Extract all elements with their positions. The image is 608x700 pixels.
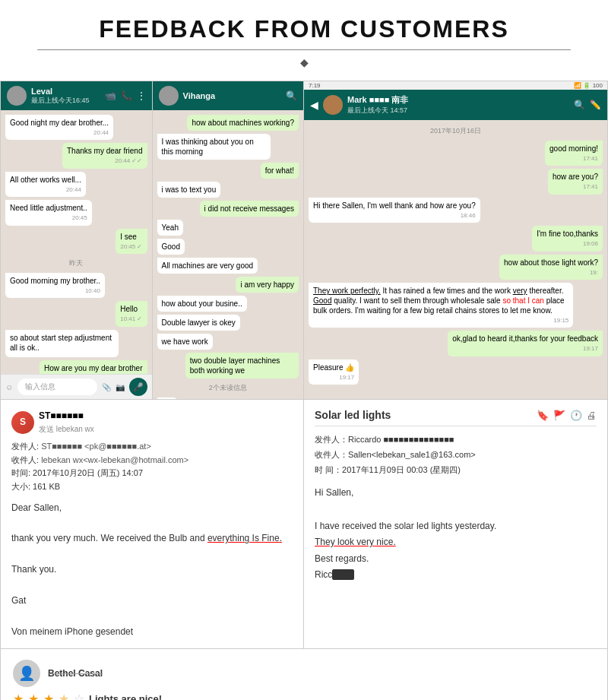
chat-name-mark: Mark ■■■■ 南非 bbox=[347, 94, 408, 106]
list-item: Good night my dear brother...20:44 bbox=[5, 115, 113, 140]
email-row: S ST■■■■■■ 发送 lebekan wx 发件人: ST■■■■■■ <… bbox=[0, 400, 608, 649]
list-item: how about your busine.. bbox=[157, 296, 247, 312]
email-size: 大小: 161 KB bbox=[11, 480, 293, 494]
chat-name-vihanga: Vihanga bbox=[183, 91, 216, 100]
clock-icon: 🕐 bbox=[570, 410, 582, 421]
email-right-meta: 发件人：Riccardo ■■■■■■■■■■■■■■ 收件人：Sallen<l… bbox=[315, 432, 597, 477]
chat-icons-mark: 🔍 ✏️ bbox=[574, 100, 601, 110]
video-icon: 📹 bbox=[105, 90, 116, 101]
email-left-panel: S ST■■■■■■ 发送 lebekan wx 发件人: ST■■■■■■ <… bbox=[1, 400, 304, 648]
header-diamond: ◆ bbox=[8, 56, 600, 68]
header-divider bbox=[37, 49, 571, 50]
email-to: 收件人: lebekan wx<wx-lebekan@hotmail.com> bbox=[11, 454, 293, 467]
chat-body-vihanga: how about machines working? I was thinki… bbox=[153, 110, 304, 399]
email-date: 时间: 2017年10月20日 (周五) 14:07 bbox=[11, 467, 293, 480]
review-rating-row: ★ ★ ★ ★ ☆ Lights are nice! bbox=[13, 692, 595, 700]
chat-panel-vihanga: Vihanga 🔍 how about machines working? I … bbox=[153, 81, 304, 399]
avatar-leval bbox=[7, 86, 27, 106]
emoji-icon: ☺ bbox=[5, 383, 13, 391]
star-2: ★ bbox=[28, 692, 39, 700]
email-sender-info: S ST■■■■■■ 发送 lebekan wx bbox=[11, 409, 293, 436]
page-header: FEEDBACK FROM CUSTOMERS ◆ bbox=[0, 0, 608, 81]
status-bar: 7:19 📶 🔋 100 bbox=[304, 81, 607, 90]
mic-button[interactable]: 🎤 bbox=[129, 378, 147, 396]
email-right-time: 时 间：2017年11月09日 00:03 (星期四) bbox=[315, 463, 597, 478]
review-user-info: 👤 Bethel Casal bbox=[13, 660, 595, 687]
edit-icon-mark: ✏️ bbox=[590, 100, 601, 110]
list-item: I see20:45 ✓ bbox=[116, 229, 147, 254]
list-item: They work perfectly. It has rained a few… bbox=[309, 283, 573, 328]
print-icon: 🖨 bbox=[587, 410, 597, 421]
review-avatar: 👤 bbox=[13, 660, 40, 687]
list-item: Yeah bbox=[157, 220, 183, 236]
email-right-from: 发件人：Riccardo ■■■■■■■■■■■■■■ bbox=[315, 432, 597, 448]
email-right-to: 收件人：Sallen<lebekan_sale1@163.com> bbox=[315, 448, 597, 463]
list-item: Hello10:41 ✓ bbox=[116, 301, 147, 326]
email-body-left: Dear Sallen, thank you very much. We rec… bbox=[11, 500, 293, 640]
chat-subtitle-mark: 最后上线今天 14:57 bbox=[347, 106, 408, 116]
star-5: ☆ bbox=[74, 692, 84, 700]
list-item: All machines are very good bbox=[157, 258, 258, 274]
chat-icons-vihanga: 🔍 bbox=[286, 90, 297, 101]
list-item: so about start step adjustment all is ok… bbox=[5, 330, 119, 357]
email-meta-left: 发件人: ST■■■■■■ <pk@■■■■■■.at> 收件人: lebeka… bbox=[11, 440, 293, 493]
highlighted-text: everything Is Fine. bbox=[207, 533, 282, 543]
chat-input-leval[interactable]: 输入信息 bbox=[17, 379, 97, 395]
date-divider: 昨天 bbox=[5, 257, 147, 270]
list-item: how about machines working? bbox=[187, 115, 299, 131]
list-item: good morning!17:41 bbox=[545, 141, 603, 166]
chat-body-leval: Good night my dear brother...20:44 Thank… bbox=[1, 110, 152, 374]
highlighted-text-right: They look very nice. bbox=[315, 537, 396, 547]
email-right-body: Hi Sallen, I have received the solar led… bbox=[315, 485, 597, 584]
star-3: ★ bbox=[43, 692, 54, 700]
list-item: Hi there Sallen, I'm well thank and how … bbox=[309, 198, 480, 223]
chat-header-leval: Leval 最后上线今天16:45 📹 📞 ⋮ bbox=[1, 81, 152, 110]
date-label-mark: 2017年10月16日 bbox=[309, 125, 603, 138]
chat-body-mark: 2017年10月16日 good morning!17:41 how are y… bbox=[304, 120, 607, 399]
search-icon: 🔍 bbox=[286, 90, 297, 101]
chat-input-bar-leval: ☺ 输入信息 📎 📷 🎤 bbox=[1, 374, 152, 399]
chat-left-section: Leval 最后上线今天16:45 📹 📞 ⋮ Good night my de… bbox=[1, 81, 304, 399]
avatar-vihanga bbox=[159, 86, 179, 106]
list-item: Good morning my brother..10:40 bbox=[5, 273, 105, 298]
chat-subtitle-leval: 最后上线今天16:45 bbox=[31, 96, 90, 106]
list-item: I was thinking about you on this morning bbox=[157, 134, 271, 160]
wx-label: 发送 lebekan wx bbox=[39, 423, 94, 436]
list-item: How are you my dear brother10:41 bbox=[40, 360, 147, 374]
chat-name-leval: Leval bbox=[31, 87, 90, 96]
sender-avatar: S bbox=[11, 411, 34, 434]
sender-name-text: ST■■■■■■ bbox=[39, 409, 94, 423]
list-item: two double layer machines both working w… bbox=[185, 353, 299, 379]
list-item: i did not receive messages bbox=[200, 201, 299, 217]
camera-icon: 📷 bbox=[116, 383, 125, 391]
avatar-mark bbox=[323, 95, 343, 115]
list-item: Pleasure 👍19:17 bbox=[309, 360, 359, 385]
email-right-header: Solar led lights 🔖 🚩 🕐 🖨 bbox=[315, 409, 597, 426]
chat-header-mark: ◀ Mark ■■■■ 南非 最后上线今天 14:57 🔍 ✏️ bbox=[304, 90, 607, 120]
page-title: FEEDBACK FROM CUSTOMERS bbox=[8, 15, 600, 43]
list-item: we have work bbox=[157, 334, 213, 350]
email-from: 发件人: ST■■■■■■ <pk@■■■■■■.at> bbox=[11, 440, 293, 454]
bookmark-icon: 🔖 bbox=[537, 410, 549, 421]
list-item: yes bbox=[157, 398, 179, 399]
list-item: Good bbox=[157, 239, 185, 255]
email-right-icons: 🔖 🚩 🕐 🖨 bbox=[537, 410, 597, 421]
search-icon-mark: 🔍 bbox=[574, 100, 585, 110]
chat-right-section: 7:19 📶 🔋 100 ◀ Mark ■■■■ 南非 最后上线今天 14:57… bbox=[304, 81, 607, 399]
phone-icon: 📞 bbox=[121, 90, 132, 101]
chat-header-vihanga: Vihanga 🔍 bbox=[153, 81, 304, 110]
list-item: i am very happy bbox=[236, 277, 299, 293]
review-section: 👤 Bethel Casal ★ ★ ★ ★ ☆ Lights are nice… bbox=[0, 649, 608, 700]
star-1: ★ bbox=[13, 692, 24, 700]
chat-panel-leval: Leval 最后上线今天16:45 📹 📞 ⋮ Good night my de… bbox=[1, 81, 152, 399]
chat-icons-leval: 📹 📞 ⋮ bbox=[105, 90, 146, 101]
back-icon: ◀ bbox=[310, 99, 318, 111]
list-item: Double lawyer is okey bbox=[157, 315, 240, 331]
star-4: ★ bbox=[59, 692, 69, 700]
list-item: ok,glad to heard it,thanks for your feed… bbox=[448, 331, 603, 356]
attach-icon: 📎 bbox=[102, 383, 111, 391]
list-item: how are you?17:41 bbox=[548, 169, 603, 194]
chat-screenshots-row: Leval 最后上线今天16:45 📹 📞 ⋮ Good night my de… bbox=[0, 81, 608, 400]
unread-divider: 2个未读信息 bbox=[157, 382, 299, 394]
flag-icon: 🚩 bbox=[553, 410, 565, 421]
